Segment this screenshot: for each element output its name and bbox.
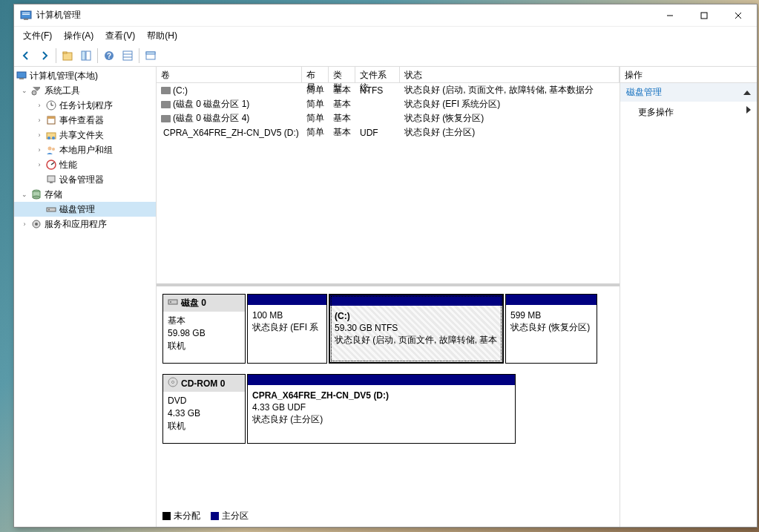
expand-icon[interactable]: › bbox=[33, 102, 45, 109]
actions-section[interactable]: 磁盘管理 bbox=[620, 83, 757, 102]
tree-storage[interactable]: ⌄ 存储 bbox=[14, 187, 156, 202]
view-options-button[interactable] bbox=[142, 47, 160, 65]
svg-rect-9 bbox=[63, 52, 67, 53]
tree-event-viewer[interactable]: › 事件查看器 bbox=[14, 113, 156, 128]
up-button[interactable] bbox=[59, 47, 76, 65]
partition[interactable]: 599 MB状态良好 (恢复分区) bbox=[505, 294, 597, 364]
expand-icon[interactable]: › bbox=[33, 161, 45, 168]
wrench-icon bbox=[30, 85, 42, 96]
details-toggle-button[interactable] bbox=[77, 47, 95, 65]
col-filesystem[interactable]: 文件系统 bbox=[355, 67, 400, 82]
col-type[interactable]: 类型 bbox=[329, 67, 355, 82]
volume-row[interactable]: (磁盘 0 磁盘分区 4)简单基本状态良好 (恢复分区) bbox=[157, 111, 620, 125]
navigation-tree[interactable]: 计算机管理(本地) ⌄ 系统工具 › 任务计划程序 › 事件查看器 › 共享文件… bbox=[14, 67, 157, 527]
clock-icon bbox=[45, 99, 57, 111]
volume-row[interactable]: (C:)简单基本NTFS状态良好 (启动, 页面文件, 故障转储, 基本数据分 bbox=[157, 83, 620, 97]
collapse-icon[interactable]: ⌄ bbox=[19, 87, 30, 94]
toolbar: ? bbox=[14, 45, 757, 67]
actions-more[interactable]: 更多操作 bbox=[620, 102, 757, 123]
collapse-icon[interactable]: ⌄ bbox=[19, 191, 30, 198]
disk-info[interactable]: CD-ROM 0DVD4.33 GB联机 bbox=[162, 374, 246, 444]
partition-status: 状态良好 (启动, 页面文件, 故障转储, 基本 bbox=[335, 334, 498, 346]
disk-row: 磁盘 0基本59.98 GB联机100 MB状态良好 (EFI 系(C:)59.… bbox=[162, 294, 614, 364]
close-button[interactable] bbox=[721, 4, 755, 27]
volume-list-body[interactable]: (C:)简单基本NTFS状态良好 (启动, 页面文件, 故障转储, 基本数据分(… bbox=[157, 83, 620, 283]
col-layout[interactable]: 布局 bbox=[302, 67, 329, 82]
tree-label: 事件查看器 bbox=[59, 114, 104, 127]
tree-root-label: 计算机管理(本地) bbox=[30, 70, 98, 82]
cd-icon bbox=[168, 377, 178, 390]
tree-device-manager[interactable]: 设备管理器 bbox=[14, 172, 156, 187]
cell-layout: 简单 bbox=[302, 83, 329, 97]
menu-help[interactable]: 帮助(H) bbox=[142, 27, 182, 45]
partition[interactable]: (C:)59.30 GB NTFS状态良好 (启动, 页面文件, 故障转储, 基… bbox=[329, 294, 504, 364]
cell-status: 状态良好 (启动, 页面文件, 故障转储, 基本数据分 bbox=[400, 83, 620, 97]
partition-stripe bbox=[248, 295, 326, 305]
cell-filesystem: UDF bbox=[355, 127, 400, 139]
cell-filesystem bbox=[355, 104, 400, 105]
tree-shared-folders[interactable]: › 共享文件夹 bbox=[14, 128, 156, 142]
svg-rect-3 bbox=[24, 19, 28, 20]
minimize-button[interactable] bbox=[653, 4, 687, 27]
svg-rect-14 bbox=[123, 51, 132, 60]
expand-icon[interactable]: › bbox=[33, 146, 45, 154]
view-list-button[interactable] bbox=[119, 47, 137, 65]
cell-status: 状态良好 (主分区) bbox=[400, 125, 620, 139]
tree-label: 存储 bbox=[45, 188, 62, 201]
tree-system-tools[interactable]: ⌄ 系统工具 bbox=[14, 83, 156, 98]
drive-icon bbox=[161, 101, 171, 108]
expand-icon[interactable]: › bbox=[33, 131, 45, 139]
svg-point-29 bbox=[52, 137, 55, 139]
legend-label: 主分区 bbox=[222, 510, 249, 521]
tree-local-users[interactable]: › 本地用户和组 bbox=[14, 142, 156, 157]
partition-stripe bbox=[330, 295, 502, 306]
partition-size: 4.33 GB UDF bbox=[252, 401, 510, 413]
svg-rect-35 bbox=[50, 182, 53, 183]
col-volume[interactable]: 卷 bbox=[157, 67, 302, 82]
tree-root[interactable]: 计算机管理(本地) bbox=[14, 68, 156, 83]
legend: 未分配 主分区 bbox=[162, 510, 249, 522]
drive-icon bbox=[161, 115, 171, 122]
svg-rect-5 bbox=[701, 13, 707, 19]
partition-stripe bbox=[248, 375, 515, 385]
actions-panel: 操作 磁盘管理 更多操作 bbox=[620, 67, 757, 527]
svg-rect-20 bbox=[19, 78, 24, 79]
expand-icon[interactable]: › bbox=[33, 116, 45, 124]
disk-info[interactable]: 磁盘 0基本59.98 GB联机 bbox=[162, 294, 246, 364]
partition-stripe bbox=[506, 295, 597, 305]
expand-icon[interactable]: › bbox=[19, 220, 30, 228]
actions-section-label: 磁盘管理 bbox=[626, 86, 662, 99]
cell-filesystem: NTFS bbox=[355, 85, 400, 96]
services-icon bbox=[30, 218, 42, 230]
titlebar: 计算机管理 bbox=[14, 4, 757, 27]
tree-task-scheduler[interactable]: › 任务计划程序 bbox=[14, 98, 156, 113]
back-button[interactable] bbox=[17, 47, 35, 65]
col-status[interactable]: 状态 bbox=[400, 67, 620, 82]
disk-info-header: CD-ROM 0 bbox=[163, 375, 245, 392]
volume-row[interactable]: (磁盘 0 磁盘分区 1)简单基本状态良好 (EFI 系统分区) bbox=[157, 97, 620, 111]
menu-action[interactable]: 操作(A) bbox=[59, 27, 98, 45]
volume-list-header: 卷 布局 类型 文件系统 状态 bbox=[157, 67, 620, 83]
cell-type: 基本 bbox=[329, 125, 355, 139]
help-button[interactable]: ? bbox=[100, 47, 118, 65]
partition-body: (C:)59.30 GB NTFS状态良好 (启动, 页面文件, 故障转储, 基… bbox=[330, 306, 502, 351]
volume-row[interactable]: CPRA_X64FRE_ZH-CN_DV5 (D:)简单基本UDF状态良好 (主… bbox=[157, 125, 620, 139]
tree-label: 服务和应用程序 bbox=[45, 218, 107, 231]
tree-services-apps[interactable]: › 服务和应用程序 bbox=[14, 217, 156, 231]
disk-header-label: 磁盘 0 bbox=[181, 297, 206, 309]
svg-rect-39 bbox=[47, 208, 56, 211]
tree-performance[interactable]: › 性能 bbox=[14, 157, 156, 172]
svg-text:?: ? bbox=[107, 52, 111, 60]
maximize-button[interactable] bbox=[687, 4, 721, 27]
tree-disk-management[interactable]: 磁盘管理 bbox=[14, 202, 156, 217]
svg-point-21 bbox=[32, 91, 36, 95]
svg-rect-18 bbox=[146, 52, 155, 54]
cell-volume: (磁盘 0 磁盘分区 1) bbox=[157, 97, 302, 111]
forward-button[interactable] bbox=[36, 47, 53, 65]
menu-view[interactable]: 查看(V) bbox=[101, 27, 139, 45]
partition[interactable]: CPRA_X64FRE_ZH-CN_DV5 (D:)4.33 GB UDF状态良… bbox=[247, 374, 516, 444]
menu-file[interactable]: 文件(F) bbox=[19, 27, 56, 45]
partition[interactable]: 100 MB状态良好 (EFI 系 bbox=[247, 294, 327, 364]
disk-info-header: 磁盘 0 bbox=[163, 295, 245, 312]
toolbar-separator bbox=[139, 48, 139, 63]
